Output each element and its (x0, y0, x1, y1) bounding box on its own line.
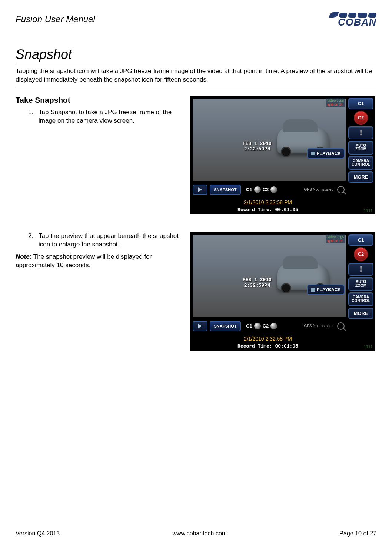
camera-indicators: C1 C2 (246, 186, 277, 193)
step-number: 1. (28, 108, 39, 125)
auto-zoom-button[interactable]: AUTO ZOOM (348, 277, 373, 291)
section-title: Snapshot (16, 47, 376, 63)
magnifier-icon[interactable] (337, 186, 345, 193)
overlay-timestamp: FEB 1 2010 2:32:59PM (243, 141, 272, 152)
user-number: 1111 (364, 208, 373, 213)
gps-status: GPS Not Installed (304, 324, 333, 328)
camera-view: FEB 1 2010 2:32:59PM (193, 99, 346, 181)
c1-button[interactable]: C1 (348, 98, 373, 109)
page-footer: Version Q4 2013 www.cobantech.com Page 1… (16, 530, 376, 537)
stop-icon (311, 288, 315, 292)
play-icon (198, 187, 202, 192)
snapshot-button[interactable]: SNAPSHOT (210, 321, 241, 331)
step-2: 2. Tap the preview that appear beneath t… (28, 232, 182, 249)
logo-graphic-icon (330, 10, 376, 18)
record-time-display: Record Time: 00:01:05 (190, 207, 346, 213)
screenshot-1: FEB 1 2010 2:32:59PM Video Logs Ignition… (190, 96, 375, 214)
dot-icon (254, 323, 261, 329)
status-corner: Video Logs Ignition On (326, 98, 345, 107)
step-text: Tap the preview that appear beneath the … (39, 232, 182, 249)
alert-button[interactable]: ! (348, 126, 373, 139)
camera-indicators: C1 C2 (246, 323, 277, 329)
alert-button[interactable]: ! (348, 263, 373, 276)
doc-title: Fusion User Manual (16, 14, 95, 24)
datetime-display: 2/1/2010 2:32:58 PM (190, 199, 346, 205)
record-time-display: Record Time: 00:01:05 (190, 343, 346, 349)
snapshot-button[interactable]: SNAPSHOT (210, 185, 241, 195)
c2-button[interactable]: C2 (354, 247, 368, 261)
note-label: Note: (16, 253, 31, 260)
playback-button[interactable]: PLAYBACK (307, 285, 345, 295)
control-bar: SNAPSHOT C1 C2 GPS Not Installed (193, 182, 346, 197)
page-header: Fusion User Manual COBAN (16, 10, 376, 28)
user-number: 1111 (364, 345, 373, 349)
c1-button[interactable]: C1 (348, 234, 373, 246)
footer-url: www.cobantech.com (172, 530, 227, 537)
play-button[interactable] (193, 185, 207, 195)
right-button-column: C1 C2 ! AUTO ZOOM CAMERA CONTROL MORE (348, 98, 373, 183)
footer-page: Page 10 of 27 (339, 530, 376, 537)
content-row-1: Take Snapshot 1. Tap Snapshot to take a … (16, 96, 376, 214)
note-text: The snapshot preview will be displayed f… (16, 253, 152, 269)
camera-control-button[interactable]: CAMERA CONTROL (348, 292, 373, 306)
playback-button[interactable]: PLAYBACK (307, 148, 345, 159)
step-text: Tap Snapshot to take a JPG freeze frame … (39, 108, 182, 125)
status-corner: Video Logs Ignition On (326, 234, 345, 244)
dot-icon (254, 186, 261, 193)
datetime-display: 2/1/2010 2:32:58 PM (190, 336, 346, 342)
brand-logo: COBAN (310, 10, 376, 28)
sub-title: Take Snapshot (16, 96, 182, 104)
footer-version: Version Q4 2013 (16, 530, 60, 537)
play-icon (198, 324, 202, 328)
step-number: 2. (28, 232, 39, 249)
dot-icon (270, 323, 277, 329)
control-bar: SNAPSHOT C1 C2 GPS Not Installed (193, 319, 346, 333)
dot-icon (270, 186, 277, 193)
auto-zoom-button[interactable]: AUTO ZOOM (348, 141, 373, 155)
magnifier-icon[interactable] (337, 322, 345, 330)
c2-button[interactable]: C2 (354, 111, 368, 125)
content-row-2: 2. Tap the preview that appear beneath t… (16, 232, 376, 351)
screenshot-2: FEB 1 2010 2:32:59PM Video Logs Ignition… (190, 232, 375, 351)
more-button[interactable]: MORE (348, 308, 373, 319)
gps-status: GPS Not Installed (304, 187, 333, 192)
step-1: 1. Tap Snapshot to take a JPG freeze fra… (28, 108, 182, 125)
play-button[interactable] (193, 321, 207, 331)
stop-icon (311, 152, 315, 155)
note: Note: The snapshot preview will be displ… (16, 253, 182, 270)
logo-text: COBAN (338, 17, 376, 28)
camera-control-button[interactable]: CAMERA CONTROL (348, 156, 373, 170)
more-button[interactable]: MORE (348, 171, 373, 183)
section-intro: Tapping the snapshot icon will take a JP… (16, 67, 376, 89)
right-button-column: C1 C2 ! AUTO ZOOM CAMERA CONTROL MORE (348, 234, 373, 319)
camera-view: FEB 1 2010 2:32:59PM (193, 235, 346, 317)
overlay-timestamp: FEB 1 2010 2:32:59PM (243, 278, 272, 288)
